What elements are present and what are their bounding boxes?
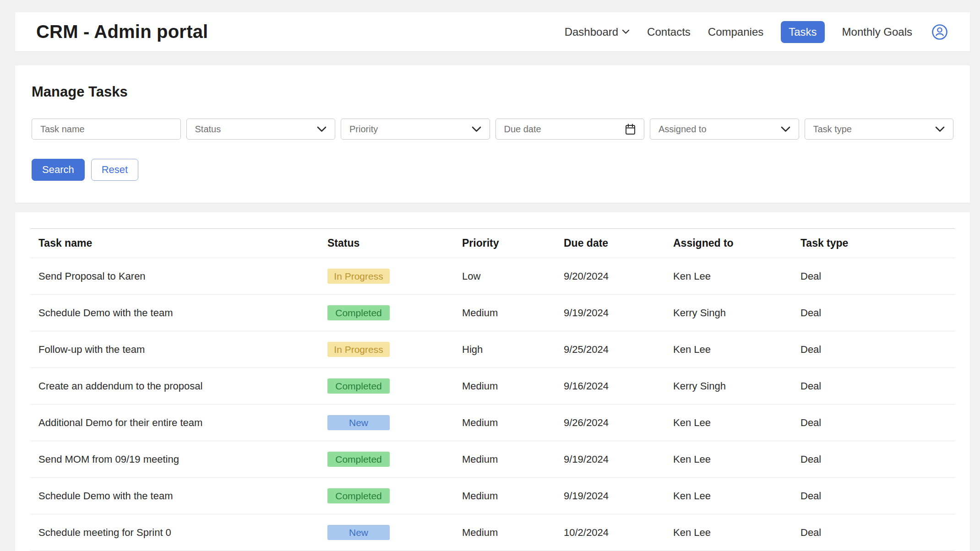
- status-cell: Completed: [319, 295, 454, 331]
- task-name-cell: Send Proposal to Karen: [30, 258, 319, 295]
- filter-selected-value: Assigned to: [659, 124, 781, 135]
- chevron-down-icon: [622, 29, 630, 34]
- chevron-down-icon: [935, 126, 945, 132]
- filter-field-task-type[interactable]: Task type: [805, 119, 954, 140]
- status-cell: Completed: [319, 441, 454, 478]
- status-cell: In Progress: [319, 258, 454, 295]
- chevron-down-icon: [781, 126, 790, 132]
- filter-field-task-name: [32, 119, 181, 140]
- tasks-table: Task nameStatusPriorityDue dateAssigned …: [30, 228, 955, 551]
- task-name-cell: Schedule Demo with the team: [30, 478, 319, 514]
- assigned-to-cell: Ken Lee: [665, 405, 792, 441]
- priority-cell: Medium: [454, 295, 555, 331]
- task-type-cell: Deal: [792, 258, 955, 295]
- nav-item-tasks[interactable]: Tasks: [781, 21, 824, 43]
- filter-selected-value: Due date: [504, 124, 626, 135]
- status-badge: In Progress: [327, 269, 390, 284]
- chevron-down-icon: [472, 126, 481, 132]
- priority-cell: Medium: [454, 405, 555, 441]
- column-header-task-type: Task type: [792, 229, 955, 258]
- column-header-priority: Priority: [454, 229, 555, 258]
- nav-item-monthly-goals[interactable]: Monthly Goals: [842, 26, 912, 38]
- filter-input-task-name[interactable]: [40, 119, 172, 139]
- priority-cell: Medium: [454, 478, 555, 514]
- task-name-cell: Schedule meeting for Sprint 0: [30, 514, 319, 551]
- priority-cell: Low: [454, 258, 555, 295]
- due-date-cell: 9/19/2024: [555, 441, 665, 478]
- filter-selected-value: Task type: [813, 124, 936, 135]
- status-cell: New: [319, 514, 454, 551]
- status-badge: Completed: [327, 452, 390, 467]
- table-row[interactable]: Additional Demo for their entire team Ne…: [30, 405, 955, 441]
- task-type-cell: Deal: [792, 514, 955, 551]
- status-cell: New: [319, 405, 454, 441]
- assigned-to-cell: Ken Lee: [665, 258, 792, 295]
- nav-item-label: Contacts: [647, 26, 691, 38]
- filter-actions: Search Reset: [32, 159, 953, 181]
- filter-selected-value: Priority: [349, 124, 472, 135]
- filter-field-priority[interactable]: Priority: [341, 119, 490, 140]
- table-row[interactable]: Send Proposal to Karen In Progress Low 9…: [30, 258, 955, 295]
- due-date-cell: 9/20/2024: [555, 258, 665, 295]
- status-cell: Completed: [319, 368, 454, 405]
- task-type-cell: Deal: [792, 405, 955, 441]
- column-header-task-name: Task name: [30, 229, 319, 258]
- status-badge: Completed: [327, 378, 390, 394]
- due-date-cell: 9/25/2024: [555, 331, 665, 368]
- due-date-cell: 9/16/2024: [555, 368, 665, 405]
- user-circle-icon: [930, 22, 950, 42]
- task-type-cell: Deal: [792, 441, 955, 478]
- table-row[interactable]: Schedule Demo with the team Completed Me…: [30, 295, 955, 331]
- nav-item-companies[interactable]: Companies: [708, 26, 763, 38]
- filter-field-due-date[interactable]: Due date: [495, 119, 645, 140]
- due-date-cell: 9/26/2024: [555, 405, 665, 441]
- table-row[interactable]: Send MOM from 09/19 meeting Completed Me…: [30, 441, 955, 478]
- app-header: CRM - Admin portal Dashboard Contacts Co…: [15, 12, 970, 51]
- status-cell: In Progress: [319, 331, 454, 368]
- assigned-to-cell: Ken Lee: [665, 331, 792, 368]
- due-date-cell: 9/19/2024: [555, 478, 665, 514]
- task-type-cell: Deal: [792, 295, 955, 331]
- app-title: CRM - Admin portal: [36, 22, 208, 42]
- table-row[interactable]: Schedule Demo with the team Completed Me…: [30, 478, 955, 514]
- assigned-to-cell: Ken Lee: [665, 514, 792, 551]
- reset-button[interactable]: Reset: [91, 159, 138, 181]
- page-title: Manage Tasks: [32, 84, 953, 100]
- assigned-to-cell: Ken Lee: [665, 478, 792, 514]
- priority-cell: High: [454, 331, 555, 368]
- status-badge: New: [327, 525, 390, 540]
- nav-item-dashboard[interactable]: Dashboard: [565, 26, 630, 38]
- task-type-cell: Deal: [792, 478, 955, 514]
- nav-item-label: Companies: [708, 26, 763, 38]
- table-row[interactable]: Follow-up with the team In Progress High…: [30, 331, 955, 368]
- filters-panel: Manage Tasks Status Priority Due date As…: [15, 65, 970, 203]
- nav-item-contacts[interactable]: Contacts: [647, 26, 691, 38]
- status-cell: Completed: [319, 478, 454, 514]
- nav-item-label: Monthly Goals: [842, 26, 912, 38]
- task-name-cell: Schedule Demo with the team: [30, 295, 319, 331]
- task-name-cell: Create an addendum to the proposal: [30, 368, 319, 405]
- task-type-cell: Deal: [792, 368, 955, 405]
- task-name-cell: Send MOM from 09/19 meeting: [30, 441, 319, 478]
- assigned-to-cell: Ken Lee: [665, 441, 792, 478]
- filter-field-assigned-to[interactable]: Assigned to: [650, 119, 799, 140]
- main-nav: Dashboard Contacts Companies Tasks Month…: [565, 21, 950, 43]
- assigned-to-cell: Kerry Singh: [665, 295, 792, 331]
- chevron-down-icon: [317, 126, 327, 132]
- column-header-assigned-to: Assigned to: [665, 229, 792, 258]
- table-header-row: Task nameStatusPriorityDue dateAssigned …: [30, 229, 955, 258]
- column-header-due-date: Due date: [555, 229, 665, 258]
- search-button[interactable]: Search: [32, 159, 85, 181]
- nav-item-label: Dashboard: [565, 26, 618, 38]
- task-name-cell: Follow-up with the team: [30, 331, 319, 368]
- table-row[interactable]: Schedule meeting for Sprint 0 New Medium…: [30, 514, 955, 551]
- priority-cell: Medium: [454, 441, 555, 478]
- status-badge: In Progress: [327, 342, 390, 357]
- user-avatar-icon[interactable]: [930, 22, 950, 42]
- task-name-cell: Additional Demo for their entire team: [30, 405, 319, 441]
- status-badge: Completed: [327, 488, 390, 503]
- calendar-icon: [625, 124, 636, 135]
- table-row[interactable]: Create an addendum to the proposal Compl…: [30, 368, 955, 405]
- filter-field-status[interactable]: Status: [186, 119, 336, 140]
- nav-item-label: Tasks: [789, 26, 817, 38]
